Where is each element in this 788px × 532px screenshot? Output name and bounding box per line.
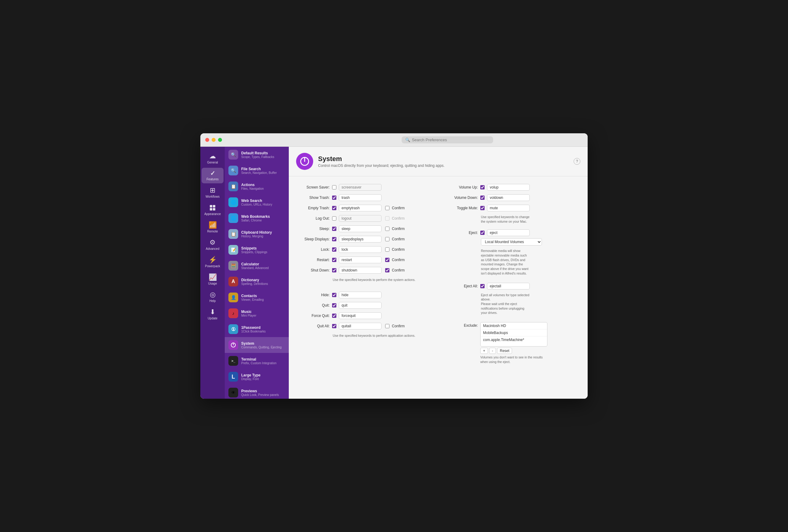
sidebar-item-remote[interactable]: 📶 Remote [201,219,223,236]
search-input[interactable] [412,138,490,142]
sidebar-item-workflows[interactable]: ⊞ Workflows [201,184,223,201]
eject-all-checkbox[interactable] [480,284,485,288]
sidebar-mid-clipboard[interactable]: 📋 Clipboard History History, Merging [225,226,289,242]
log-out-checkbox[interactable] [332,216,336,220]
sleep-displays-input[interactable] [339,236,381,242]
volume-up-checkbox[interactable] [480,185,485,190]
eject-all-input[interactable] [487,283,530,290]
sidebar-item-advanced[interactable]: ⚙ Advanced [201,237,223,253]
music-icon: ♪ [229,309,238,318]
log-out-confirm-checkbox[interactable] [385,216,390,220]
lock-input[interactable] [339,246,381,253]
restart-checkbox[interactable] [332,258,336,262]
shut-down-checkbox[interactable] [332,268,336,272]
sidebar-item-help[interactable]: ◎ Help [201,289,223,305]
sidebar-mid-web-bookmarks[interactable]: 🌐 Web Bookmarks Safari, Chrome [225,210,289,226]
titlebar: 🔍 [200,133,588,147]
sidebar-mid-large-type[interactable]: L Large Type Display, Font [225,369,289,385]
1password-title: 1Password [241,326,265,330]
eject-checkbox[interactable] [480,231,485,235]
eject-scope-select[interactable]: Local Mounted Volumes All Volumes [481,238,542,245]
sidebar-item-usage[interactable]: 📈 Usage [201,272,223,288]
sidebar-mid-file-search[interactable]: 🔍 File Search Search, Navigation, Buffer [225,163,289,178]
empty-trash-confirm-checkbox[interactable] [385,206,390,210]
system-actions-hint: Use the specified keywords to perform th… [296,276,432,284]
remote-icon: 📶 [209,222,217,229]
actions-title: Actions [241,183,264,187]
sidebar-mid-dictionary[interactable]: A Dictionary Spelling, Definitions [225,274,289,290]
sidebar-mid-snippets[interactable]: 📝 Snippets Snippets, Clippings [225,242,289,258]
empty-trash-confirm-label: Confirm [392,206,405,210]
terminal-title: Terminal [241,357,277,361]
sleep-displays-checkbox[interactable] [332,237,336,241]
clipboard-subtitle: History, Merging [241,235,272,238]
exclude-add-button[interactable]: + [480,348,488,354]
force-quit-input[interactable] [339,312,381,319]
hide-checkbox[interactable] [332,293,336,297]
lock-checkbox[interactable] [332,248,336,252]
volume-down-input[interactable] [487,194,530,201]
maximize-button[interactable] [218,138,222,142]
quit-all-checkbox[interactable] [332,324,336,328]
sidebar-item-update[interactable]: ⬇ Update [201,306,223,322]
restart-input[interactable] [339,257,381,263]
shut-down-input[interactable] [339,267,381,274]
show-trash-checkbox[interactable] [332,196,336,200]
sidebar-mid-contacts[interactable]: 👤 Contacts Viewer, Emailing [225,290,289,306]
dictionary-title: Dictionary [241,278,268,282]
force-quit-checkbox[interactable] [332,314,336,318]
sidebar-mid-actions[interactable]: 📋 Actions Files, Navigation [225,178,289,194]
log-out-input[interactable] [339,215,381,222]
quit-input[interactable] [339,302,381,309]
show-trash-input[interactable] [339,194,381,201]
exclude-reset-button[interactable]: Reset [497,348,512,354]
sidebar-mid-calculator[interactable]: 🧮 Calculator Standard, Advanced [225,258,289,274]
hide-input[interactable] [339,292,381,298]
sleep-checkbox[interactable] [332,226,336,231]
features-icon: ✓ [210,170,215,176]
empty-trash-input[interactable] [339,205,381,211]
volume-up-input[interactable] [487,184,530,191]
quit-all-confirm-checkbox[interactable] [385,324,390,328]
volume-down-checkbox[interactable] [480,196,485,200]
sidebar-item-general[interactable]: ☁ General [201,151,223,166]
default-results-title: Default Results [241,151,274,155]
powerpack-icon: ⚡ [209,257,217,263]
sleep-confirm-checkbox[interactable] [385,226,390,231]
screen-saver-checkbox[interactable] [332,185,336,190]
sidebar-mid-web-search[interactable]: 🌐 Web Search Custom, URLs, History [225,194,289,210]
restart-confirm-checkbox[interactable] [385,258,390,262]
lock-confirm-checkbox[interactable] [385,248,390,252]
toggle-mute-input[interactable] [487,205,530,211]
search-bar[interactable]: 🔍 [401,136,493,143]
sleep-displays-confirm-checkbox[interactable] [385,237,390,241]
sidebar-mid-previews[interactable]: 👁 Previews Quick Look, Preview panels [225,385,289,399]
eject-input[interactable] [487,230,530,236]
help-button[interactable]: ? [574,158,580,165]
sidebar-mid-system[interactable]: System Commands, Quitting, Ejecting [225,337,289,353]
sidebar-mid-1password[interactable]: ① 1Password 1Click Bookmarks [225,321,289,337]
restart-confirm-label: Confirm [392,258,405,262]
show-trash-row: Show Trash: [296,193,432,202]
sidebar-item-features[interactable]: ✓ Features [201,168,223,183]
default-results-icon: 🔍 [229,150,238,160]
minimize-button[interactable] [212,138,216,142]
sidebar-item-powerpack[interactable]: ⚡ Powerpack [201,254,223,270]
sidebar-mid-terminal[interactable]: >_ Terminal Prefix, Custom Integration [225,353,289,369]
exclude-remove-button[interactable]: - [489,348,496,354]
toggle-mute-checkbox[interactable] [480,206,485,210]
middle-sidebar: 🔍 Default Results Scope, Types, Fallback… [225,147,289,399]
quit-all-label: Quit All: [296,324,330,328]
shut-down-confirm-checkbox[interactable] [385,268,390,272]
file-search-subtitle: Search, Navigation, Buffer [241,171,277,175]
sidebar-item-appearance[interactable]: Appearance [201,202,223,218]
quit-checkbox[interactable] [332,303,336,308]
empty-trash-checkbox[interactable] [332,206,336,210]
sidebar-mid-music[interactable]: ♪ Music Mini Player [225,306,289,321]
remote-label: Remote [207,230,218,233]
screen-saver-input[interactable] [339,184,381,191]
sleep-input[interactable] [339,225,381,232]
quit-all-input[interactable] [339,323,381,330]
sidebar-mid-default-results[interactable]: 🔍 Default Results Scope, Types, Fallback… [225,147,289,163]
close-button[interactable] [205,138,209,142]
